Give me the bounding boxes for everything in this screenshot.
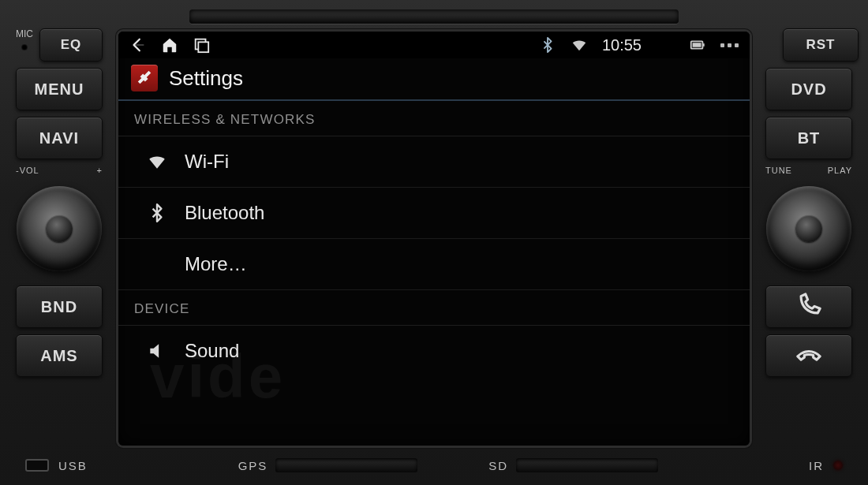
- tune-label-row: TUNE PLAY: [765, 166, 852, 175]
- rst-label: RST: [806, 37, 836, 53]
- back-icon[interactable]: [129, 36, 147, 54]
- row-more-label: More…: [185, 253, 247, 275]
- menu-label: MENU: [35, 80, 84, 99]
- bnd-label: BND: [41, 298, 77, 316]
- eq-button[interactable]: EQ: [39, 28, 103, 62]
- menu-button[interactable]: MENU: [16, 68, 103, 110]
- svg-rect-3: [702, 43, 704, 47]
- row-more[interactable]: More…: [118, 239, 750, 290]
- sound-icon: [145, 341, 169, 361]
- home-icon[interactable]: [161, 36, 178, 54]
- screen-bezel: 10:55 Settings WIRELESS & NETWORKS: [115, 28, 753, 449]
- vol-label-row: -VOL +: [16, 166, 103, 175]
- ir-label: IR: [809, 459, 824, 472]
- sd-card-slot[interactable]: [516, 458, 658, 472]
- page-title: Settings: [169, 66, 243, 91]
- gps-label: GPS: [238, 459, 268, 472]
- recents-icon[interactable]: [193, 36, 210, 54]
- phone-hangup-button[interactable]: [765, 334, 852, 377]
- row-bluetooth-label: Bluetooth: [185, 202, 264, 224]
- usb-port[interactable]: [25, 459, 49, 472]
- phone-answer-icon: [795, 292, 822, 323]
- ams-button[interactable]: AMS: [16, 334, 103, 377]
- ir-receiver: [833, 461, 843, 470]
- bluetooth-icon: [145, 203, 169, 223]
- bnd-button[interactable]: BND: [16, 285, 103, 328]
- touchscreen[interactable]: 10:55 Settings WIRELESS & NETWORKS: [118, 32, 750, 446]
- phone-answer-button[interactable]: [765, 285, 852, 328]
- sd-label: SD: [488, 459, 508, 472]
- right-button-column: RST DVD BT TUNE PLAY: [759, 28, 859, 449]
- row-wifi-label: Wi-Fi: [185, 151, 229, 173]
- status-bar: 10:55: [118, 32, 750, 58]
- tune-knob[interactable]: [766, 186, 851, 271]
- svg-rect-1: [198, 42, 208, 52]
- disc-slot[interactable]: [189, 9, 679, 24]
- rst-button[interactable]: RST: [783, 28, 859, 62]
- dvd-label: DVD: [791, 80, 826, 99]
- navi-label: NAVI: [39, 129, 79, 147]
- row-bluetooth[interactable]: Bluetooth: [118, 188, 750, 239]
- mic-hole: [21, 44, 28, 50]
- row-sound-label: Sound: [185, 340, 239, 362]
- clock: 10:55: [602, 36, 642, 54]
- row-sound[interactable]: Sound: [118, 326, 750, 364]
- row-wifi[interactable]: Wi-Fi: [118, 136, 750, 188]
- ams-label: AMS: [40, 347, 77, 365]
- settings-title-bar: Settings: [118, 58, 750, 101]
- bt-label: BT: [798, 129, 821, 147]
- play-label: PLAY: [828, 166, 852, 175]
- wifi-icon: [145, 151, 169, 172]
- settings-app-icon: [131, 65, 158, 91]
- volume-knob[interactable]: [17, 186, 102, 271]
- usb-label: USB: [58, 459, 88, 472]
- navi-button[interactable]: NAVI: [16, 117, 103, 159]
- section-header-wireless: WIRELESS & NETWORKS: [118, 101, 750, 136]
- mic-label: MIC: [16, 28, 33, 39]
- phone-hangup-icon: [795, 341, 822, 371]
- settings-list[interactable]: WIRELESS & NETWORKS Wi-Fi Bluetooth: [118, 101, 750, 446]
- head-unit-frame: MIC EQ MENU NAVI -VOL + BND AMS: [0, 0, 868, 485]
- section-header-device: DEVICE: [118, 290, 750, 326]
- wifi-status-icon: [571, 36, 588, 54]
- tune-label: TUNE: [765, 166, 792, 175]
- dvd-button[interactable]: DVD: [765, 68, 852, 110]
- bottom-panel: USB GPS SD IR: [9, 449, 859, 482]
- gps-card-slot[interactable]: [275, 458, 417, 472]
- vol-minus-label: -VOL: [16, 166, 39, 175]
- left-button-column: MIC EQ MENU NAVI -VOL + BND AMS: [9, 28, 109, 449]
- bt-button[interactable]: BT: [765, 117, 852, 159]
- vol-plus-label: +: [97, 166, 103, 175]
- bluetooth-status-icon: [539, 36, 556, 54]
- menu-dots-icon[interactable]: [720, 43, 739, 47]
- battery-icon: [689, 36, 706, 54]
- svg-rect-4: [693, 43, 702, 47]
- eq-label: EQ: [61, 37, 82, 53]
